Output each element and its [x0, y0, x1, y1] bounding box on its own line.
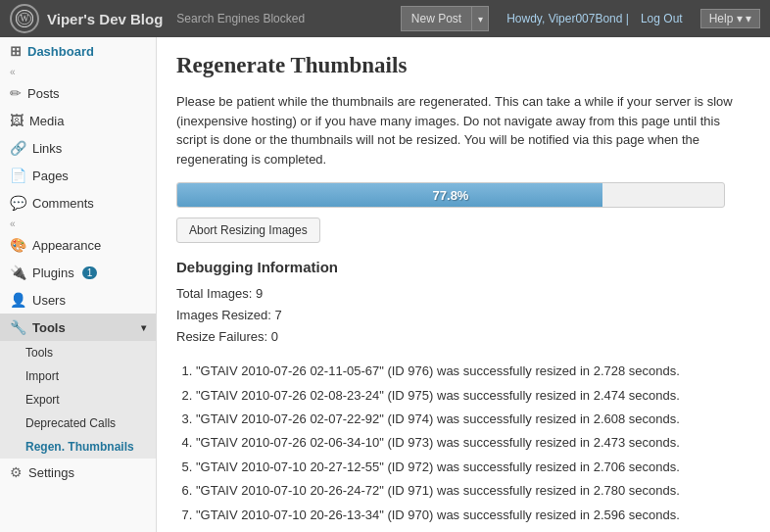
sidebar-item-export[interactable]: Export	[0, 388, 156, 411]
sidebar-item-posts[interactable]: ✏ Posts	[0, 79, 156, 107]
sidebar: ⊞ Dashboard « ✏ Posts 🖼 Media 🔗 Links 📄 …	[0, 37, 157, 532]
images-resized-value: 7	[274, 308, 281, 322]
comments-icon: 💬	[10, 195, 26, 211]
sidebar-item-dashboard[interactable]: ⊞ Dashboard	[0, 37, 156, 65]
new-post-dropdown[interactable]: ▾	[471, 6, 489, 31]
progress-label: 77.8%	[177, 183, 724, 207]
sidebar-media-label: Media	[29, 114, 64, 128]
description-text: Please be patient while the thumbnails a…	[176, 92, 750, 169]
sidebar-dashboard-label: Dashboard	[27, 44, 94, 59]
help-button[interactable]: Help ▾	[700, 9, 760, 28]
sidebar-item-pages[interactable]: 📄 Pages	[0, 162, 156, 189]
list-item: "GTAIV 2010-07-10 20-26-13-34" (ID 970) …	[196, 504, 750, 526]
new-post-button[interactable]: New Post	[401, 6, 471, 31]
new-post-button-group: New Post ▾	[401, 6, 489, 31]
list-item: "GTAIV 2010-07-10 20-26-24-72" (ID 971) …	[196, 479, 750, 502]
list-item: "GTAIV 2010-07-26 02-11-05-67" (ID 976) …	[196, 360, 750, 382]
sidebar-item-tools[interactable]: 🔧 Tools ▾	[0, 314, 156, 341]
total-images-value: 9	[256, 286, 263, 301]
sidebar-comments-label: Comments	[32, 196, 94, 211]
logout-link[interactable]: Log Out	[641, 12, 683, 25]
resize-failures-row: Resize Failures: 0	[176, 326, 750, 348]
tools-submenu: Tools Import Export Deprecated Calls Reg…	[0, 341, 156, 459]
sidebar-plugins-label: Plugins	[32, 266, 74, 280]
list-item: "GTAIV 2010-07-26 02-08-23-24" (ID 975) …	[196, 384, 750, 407]
sidebar-collapse-1[interactable]: «	[0, 65, 156, 79]
abort-button[interactable]: Abort Resizing Images	[176, 218, 320, 243]
sidebar-item-regen-thumbnails[interactable]: Regen. Thumbnails	[0, 435, 156, 459]
images-resized-label: Images Resized:	[176, 308, 271, 322]
plugins-icon: 🔌	[10, 265, 26, 280]
sidebar-pages-label: Pages	[32, 169, 69, 183]
debug-title: Debugging Information	[176, 259, 750, 275]
list-item: "GTAIV 2010-07-26 02-07-22-92" (ID 974) …	[196, 408, 750, 430]
site-subtitle: Search Engines Blocked	[176, 12, 305, 25]
sidebar-settings-label: Settings	[28, 465, 74, 480]
svg-text:W: W	[21, 14, 29, 24]
sidebar-item-settings[interactable]: ⚙ Settings	[0, 459, 156, 486]
total-images-label: Total Images:	[176, 286, 252, 301]
resize-failures-label: Resize Failures:	[176, 329, 267, 344]
total-images-row: Total Images: 9	[176, 283, 750, 305]
howdy-text: Howdy, Viper007Bond |	[506, 12, 629, 25]
sidebar-tools-label: Tools	[32, 320, 66, 335]
sidebar-item-media[interactable]: 🖼 Media	[0, 107, 156, 134]
sidebar-item-links[interactable]: 🔗 Links	[0, 134, 156, 162]
posts-icon: ✏	[10, 85, 22, 101]
page-title: Regenerate Thumbnails	[176, 53, 750, 78]
howdy-prefix: Howdy,	[506, 12, 545, 25]
sidebar-item-deprecated-calls[interactable]: Deprecated Calls	[0, 411, 156, 435]
sidebar-item-appearance[interactable]: 🎨 Appearance	[0, 231, 156, 259]
images-resized-row: Images Resized: 7	[176, 305, 750, 326]
resize-failures-value: 0	[271, 329, 278, 344]
debug-info: Total Images: 9 Images Resized: 7 Resize…	[176, 283, 750, 348]
main-content: Regenerate Thumbnails Please be patient …	[157, 37, 770, 532]
sidebar-item-tools-tools[interactable]: Tools	[0, 341, 156, 364]
separator: |	[626, 12, 629, 25]
sidebar-item-comments[interactable]: 💬 Comments	[0, 189, 156, 217]
sidebar-users-label: Users	[32, 293, 66, 308]
sidebar-item-plugins[interactable]: 🔌 Plugins 1	[0, 259, 156, 286]
sidebar-item-users[interactable]: 👤 Users	[0, 286, 156, 314]
username-link[interactable]: Viper007Bond	[549, 12, 623, 25]
plugins-badge: 1	[82, 266, 98, 279]
sidebar-appearance-label: Appearance	[32, 238, 101, 253]
list-item: "GTAIV 2010-07-26 02-06-34-10" (ID 973) …	[196, 431, 750, 454]
progress-bar-container: 77.8%	[176, 182, 725, 208]
media-icon: 🖼	[10, 113, 24, 128]
list-item: "GTAIV 2010-07-10 20-27-12-55" (ID 972) …	[196, 456, 750, 478]
tools-arrow: ▾	[141, 322, 146, 333]
pages-icon: 📄	[10, 168, 26, 183]
appearance-icon: 🎨	[10, 237, 26, 253]
resize-list: "GTAIV 2010-07-26 02-11-05-67" (ID 976) …	[176, 360, 750, 526]
wordpress-logo[interactable]: W	[10, 4, 39, 33]
sidebar-posts-label: Posts	[27, 86, 60, 101]
sidebar-links-label: Links	[32, 141, 62, 156]
links-icon: 🔗	[10, 140, 26, 156]
settings-icon: ⚙	[10, 464, 23, 480]
site-title: Viper's Dev Blog	[47, 11, 163, 27]
tools-icon: 🔧	[10, 319, 26, 335]
dashboard-icon: ⊞	[10, 43, 22, 59]
users-icon: 👤	[10, 292, 26, 308]
sidebar-item-import[interactable]: Import	[0, 364, 156, 388]
sidebar-collapse-2[interactable]: «	[0, 217, 156, 231]
